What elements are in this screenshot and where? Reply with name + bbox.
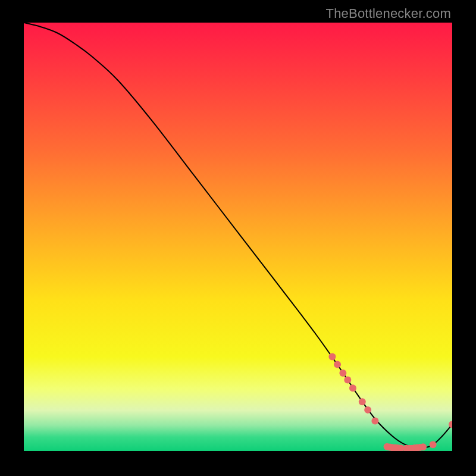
marker-dot — [371, 418, 378, 425]
marker-dot — [344, 376, 351, 383]
attribution-label: TheBottlenecker.com — [326, 6, 451, 21]
marker-dot — [339, 369, 346, 377]
markers-layer — [24, 23, 452, 451]
marker-dot — [364, 406, 371, 414]
marker-dot — [359, 398, 366, 405]
marker-dot — [419, 443, 427, 450]
marker-dot — [349, 384, 356, 392]
marker-dot — [449, 421, 452, 428]
marker-dot — [430, 441, 437, 448]
marker-dot — [328, 353, 336, 361]
chart-stage: TheBottlenecker.com — [0, 0, 476, 476]
plot-area — [24, 23, 452, 451]
marker-dot — [334, 361, 341, 368]
